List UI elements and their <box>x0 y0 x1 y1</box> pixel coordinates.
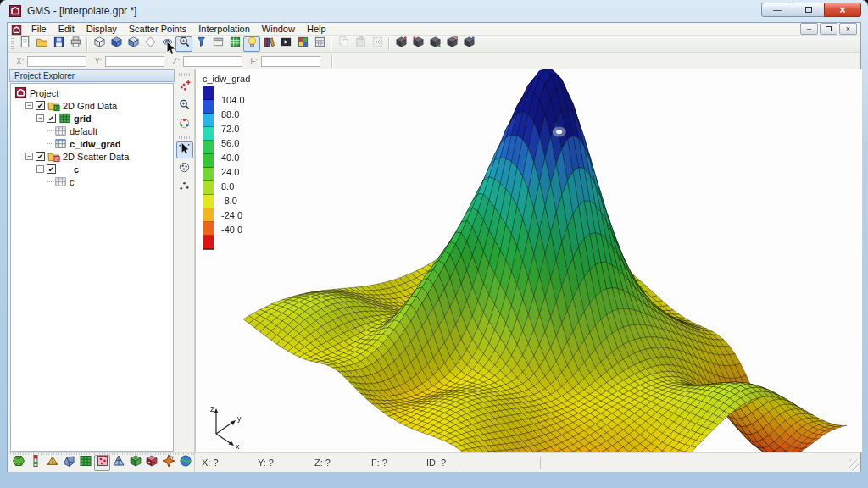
mouse-cursor <box>166 41 178 56</box>
interpolate-to-grid-icon <box>429 36 442 52</box>
borehole-module-button[interactable] <box>28 455 44 471</box>
tree-expander[interactable]: − <box>25 152 33 160</box>
tree-expander[interactable]: − <box>25 102 33 109</box>
interpolation-options-button[interactable] <box>460 36 477 52</box>
open-button[interactable] <box>33 36 50 52</box>
oblique-view-icon <box>93 36 106 52</box>
tree-expander[interactable]: − <box>36 114 44 122</box>
frame-image-button[interactable] <box>209 36 226 52</box>
y-coordinate-input[interactable] <box>105 56 164 67</box>
map-module-icon: N <box>162 454 175 471</box>
select-funnel-button[interactable] <box>192 36 209 52</box>
tree-item-c[interactable]: c <box>11 175 173 188</box>
legend-value-label: -24.0 <box>221 210 242 220</box>
contour-options-button[interactable] <box>260 36 277 52</box>
coordbar-separator <box>331 55 333 68</box>
create-scatter-points-button[interactable] <box>176 79 193 96</box>
title-bar[interactable]: GMS - [interpolate.gpr *] — × <box>0 0 868 22</box>
tree-expander[interactable]: − <box>36 165 44 173</box>
z-coordinate-input[interactable] <box>183 56 242 67</box>
x-coordinate-input[interactable] <box>27 56 86 67</box>
menu-file[interactable]: File <box>25 23 53 35</box>
front-view-button[interactable] <box>108 36 125 52</box>
grid2d-module-button[interactable] <box>78 455 94 471</box>
maximize-button[interactable] <box>793 3 825 17</box>
menu-scatter-points[interactable]: Scatter Points <box>123 23 192 35</box>
interpolate-to-grid-button[interactable] <box>426 36 443 52</box>
paste-button[interactable] <box>352 36 369 52</box>
3d-surface-canvas[interactable] <box>196 69 862 452</box>
window-controls: — × <box>762 3 861 17</box>
close-button[interactable]: × <box>824 3 861 17</box>
menu-display[interactable]: Display <box>81 23 123 35</box>
maximize-icon <box>805 7 812 13</box>
plan-view-button[interactable] <box>142 36 159 52</box>
side-view-button[interactable] <box>125 36 142 52</box>
minimize-button[interactable]: — <box>761 3 793 17</box>
tree-checkbox[interactable]: ✔ <box>36 152 45 161</box>
globe-module-button[interactable] <box>177 455 193 471</box>
tree-item-label: Project <box>30 88 58 98</box>
rotate-tool-button[interactable] <box>176 116 193 133</box>
interpolate-to-mesh-icon <box>446 36 459 52</box>
zoom-tool-button[interactable] <box>176 97 193 114</box>
menu-help[interactable]: Help <box>301 23 332 35</box>
select-tool-button[interactable] <box>176 141 193 158</box>
new-icon <box>19 36 31 52</box>
tree-checkbox[interactable]: ✔ <box>47 164 56 174</box>
print-button[interactable] <box>67 36 84 52</box>
mdi-close-button[interactable]: × <box>839 23 857 35</box>
tree-item-default[interactable]: default <box>11 125 173 137</box>
copy-button[interactable] <box>335 36 352 52</box>
material-colors-button[interactable] <box>294 36 311 52</box>
zoom-button[interactable] <box>175 36 192 52</box>
solid-module-button[interactable] <box>61 455 77 471</box>
grid3d-module-button[interactable] <box>127 455 143 471</box>
save-button[interactable] <box>50 36 67 52</box>
open-icon <box>36 36 48 52</box>
menu-window[interactable]: Window <box>256 23 301 35</box>
graphics-viewport[interactable]: c_idw_grad 104.088.072.056.040.024.08.0-… <box>195 69 860 452</box>
toolbar-grip <box>11 38 14 50</box>
legend-value-label: 88.0 <box>221 109 239 119</box>
gms-window: GMS - [interpolate.gpr *] — × FileEditDi… <box>0 0 868 488</box>
resize-grip[interactable] <box>848 459 859 470</box>
oblique-view-button[interactable] <box>91 36 108 52</box>
create-scatter-points-icon <box>178 80 191 96</box>
data-grid-button[interactable] <box>311 36 328 52</box>
scatter-copy-tool-button[interactable] <box>392 36 409 52</box>
display-options-button[interactable] <box>243 36 260 52</box>
tree-item-grid[interactable]: −✔grid <box>11 112 173 125</box>
select-points-button[interactable] <box>176 179 193 196</box>
scatter3d-module-button[interactable] <box>144 455 160 471</box>
project-explorer-header[interactable]: Project Explorer <box>9 69 175 82</box>
new-button[interactable] <box>16 36 33 52</box>
animate-button[interactable] <box>277 36 294 52</box>
tree-item-2d-scatter-data[interactable]: −✔2D Scatter Data <box>11 150 173 163</box>
tin-module-button[interactable] <box>44 455 60 471</box>
tree-item-c_idw_grad[interactable]: c_idw_grad <box>11 137 173 150</box>
zoom-extents-button[interactable] <box>369 36 386 52</box>
scatter-edit-tool-button[interactable] <box>409 36 426 52</box>
tree-checkbox[interactable]: ✔ <box>36 101 45 110</box>
scatter2d-module-button[interactable] <box>94 455 110 471</box>
tree-checkbox[interactable]: ✔ <box>47 114 56 123</box>
map-module-button[interactable]: N <box>161 455 177 471</box>
spreadsheet-button[interactable] <box>226 36 243 52</box>
mdi-restore-button[interactable] <box>820 23 837 35</box>
tree-item-project[interactable]: Project <box>11 86 173 99</box>
grid2d-module-icon <box>79 454 92 471</box>
menu-interpolation[interactable]: Interpolation <box>192 23 256 35</box>
gis-module-button[interactable] <box>11 455 27 471</box>
mdi-minimize-button[interactable]: – <box>800 23 818 35</box>
menu-edit[interactable]: Edit <box>53 23 81 35</box>
f-coordinate-input[interactable] <box>261 56 320 67</box>
foldergrid-icon <box>47 99 60 112</box>
contour-options-icon <box>263 36 275 52</box>
interpolate-to-mesh-button[interactable] <box>443 36 460 52</box>
mesh2d-module-button[interactable] <box>111 455 127 471</box>
tree-item-2d-grid-data[interactable]: −✔2D Grid Data <box>11 99 173 112</box>
dataset2-icon <box>54 137 67 150</box>
select-scatter-set-button[interactable] <box>176 160 193 177</box>
tree-item-c[interactable]: −✔c <box>11 163 173 175</box>
